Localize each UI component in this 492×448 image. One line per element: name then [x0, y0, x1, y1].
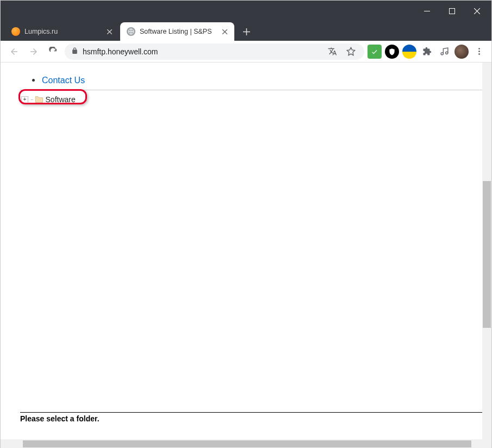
nav-reload-button[interactable] [45, 43, 61, 60]
window-titlebar [1, 1, 491, 21]
tab-software-listing[interactable]: Software Listing | S&PS [120, 22, 234, 41]
extension-check-icon[interactable] [368, 45, 382, 59]
tab-close-button[interactable] [220, 27, 229, 36]
horizontal-scrollbar[interactable] [1, 439, 491, 448]
page-viewport: Contact Us + ··· Software Please select … [1, 63, 491, 448]
extension-flag-icon[interactable] [402, 45, 416, 59]
address-bar: hsmftp.honeywell.com [1, 41, 491, 63]
extension-shield-icon[interactable] [385, 45, 399, 59]
tab-label: Lumpics.ru [24, 28, 102, 35]
favicon-icon [11, 27, 20, 36]
tree-connector-icon: ··· [30, 97, 33, 102]
bookmark-star-icon[interactable] [344, 45, 358, 59]
nav-forward-button[interactable] [26, 43, 42, 60]
svg-point-6 [478, 53, 480, 55]
tab-close-button[interactable] [105, 27, 114, 36]
list-bullet-icon [32, 79, 35, 82]
tree-expand-icon[interactable]: + [21, 96, 28, 103]
browser-window: Lumpics.ru Software Listing | S&PS hsmft… [0, 0, 492, 448]
new-tab-button[interactable] [239, 24, 254, 39]
tree-root-label: Software [46, 95, 76, 104]
status-message: Please select a folder. [20, 414, 99, 423]
window-close-button[interactable] [464, 1, 489, 21]
profile-avatar[interactable] [454, 45, 469, 59]
scrollbar-thumb[interactable] [23, 440, 471, 447]
contact-us-link[interactable]: Contact Us [42, 76, 85, 85]
scrollbar-thumb[interactable] [483, 181, 491, 328]
media-control-icon[interactable] [437, 45, 451, 59]
translate-icon[interactable] [325, 45, 339, 59]
tab-label: Software Listing | S&PS [140, 28, 217, 35]
folder-tree: + ··· Software [21, 94, 76, 105]
nav-back-button[interactable] [6, 43, 22, 60]
divider [20, 412, 482, 413]
page-content: Contact Us + ··· Software Please select … [1, 63, 482, 439]
svg-point-3 [445, 52, 447, 54]
omnibox[interactable]: hsmftp.honeywell.com [65, 43, 364, 60]
tab-lumpics[interactable]: Lumpics.ru [5, 22, 119, 41]
vertical-scrollbar[interactable] [482, 63, 491, 439]
window-minimize-button[interactable] [414, 1, 439, 21]
omnibox-url: hsmftp.honeywell.com [83, 47, 158, 56]
svg-rect-0 [449, 8, 454, 14]
window-maximize-button[interactable] [439, 1, 464, 21]
svg-point-4 [478, 48, 480, 49]
tab-strip: Lumpics.ru Software Listing | S&PS [1, 21, 491, 41]
svg-point-2 [441, 53, 443, 55]
folder-icon [35, 96, 43, 103]
extensions-puzzle-icon[interactable] [420, 45, 434, 59]
favicon-icon [127, 27, 135, 36]
svg-point-5 [478, 51, 480, 52]
divider [20, 90, 482, 90]
tree-root-row[interactable]: + ··· Software [21, 94, 76, 105]
browser-menu-button[interactable] [472, 45, 486, 59]
lock-icon [71, 47, 78, 56]
